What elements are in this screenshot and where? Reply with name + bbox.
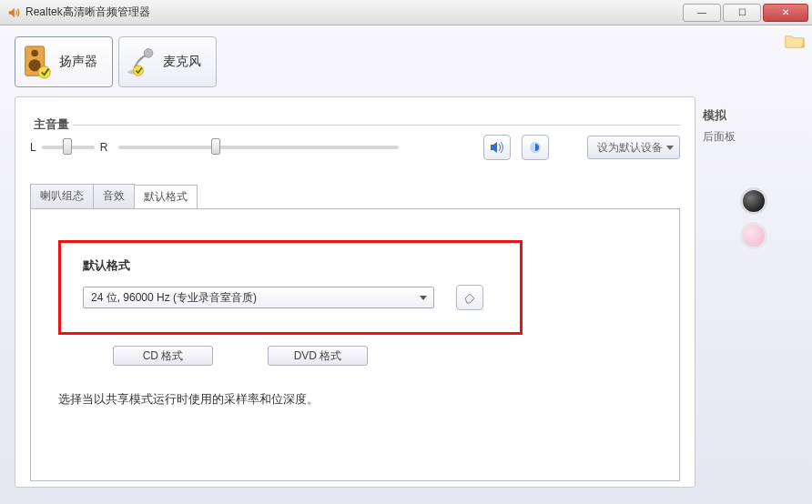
format-select[interactable]: 24 位, 96000 Hz (专业录音室音质) xyxy=(83,287,434,308)
sound-icon xyxy=(490,141,504,154)
device-tabs: 扬声器 麦克风 xyxy=(15,36,695,87)
main-panel: 主音量 L R xyxy=(15,96,695,488)
set-default-label: 设为默认设备 xyxy=(597,140,663,156)
window-title: Realtek高清晰音频管理器 xyxy=(25,5,150,20)
tab-mic-label: 麦克风 xyxy=(163,54,201,70)
balance-left-label: L xyxy=(30,141,36,154)
tab-speaker[interactable]: 扬声器 xyxy=(15,36,113,87)
mute-icon xyxy=(529,141,542,154)
default-format-panel: 默认格式 24 位, 96000 Hz (专业录音室音质) CD 格式 DVD … xyxy=(30,208,680,481)
eraser-icon xyxy=(462,291,477,304)
jack-pink[interactable] xyxy=(743,225,765,247)
divider xyxy=(30,125,680,126)
svg-point-5 xyxy=(144,49,153,58)
mute-button[interactable] xyxy=(522,135,549,160)
minimize-button[interactable]: — xyxy=(683,4,721,22)
balance-control[interactable]: L R xyxy=(30,141,107,154)
format-description: 选择当以共享模式运行时使用的采样率和位深度。 xyxy=(58,391,661,408)
balance-right-label: R xyxy=(100,141,108,154)
tab-microphone[interactable]: 麦克风 xyxy=(118,36,217,87)
side-panel: 模拟 后面板 xyxy=(695,25,812,504)
speaker-icon xyxy=(7,6,20,19)
main-volume-title: 主音量 xyxy=(30,117,73,131)
sub-tabs: 喇叭组态 音效 默认格式 xyxy=(30,184,680,208)
tab-sound-effects[interactable]: 音效 xyxy=(93,184,135,208)
play-test-button[interactable] xyxy=(483,135,511,160)
tab-default-format[interactable]: 默认格式 xyxy=(134,185,198,209)
side-title: 模拟 xyxy=(703,107,805,124)
balance-thumb[interactable] xyxy=(63,138,72,155)
svg-point-3 xyxy=(38,66,50,78)
dvd-format-button[interactable]: DVD 格式 xyxy=(268,346,368,366)
maximize-button[interactable]: ☐ xyxy=(723,4,761,22)
tab-speaker-label: 扬声器 xyxy=(59,54,97,70)
folder-icon[interactable] xyxy=(785,33,805,49)
chevron-down-icon xyxy=(666,146,674,150)
mic-device-icon xyxy=(127,45,156,79)
cd-format-button[interactable]: CD 格式 xyxy=(113,346,213,366)
title-bar: Realtek高清晰音频管理器 — ☐ ✕ xyxy=(0,0,812,25)
chevron-down-icon xyxy=(420,296,427,300)
volume-row: L R xyxy=(30,135,680,160)
volume-thumb[interactable] xyxy=(211,138,220,155)
default-format-label: 默认格式 xyxy=(83,257,483,274)
tab-speaker-config[interactable]: 喇叭组态 xyxy=(30,184,94,208)
balance-slider[interactable] xyxy=(42,146,95,149)
jack-black[interactable] xyxy=(743,190,765,212)
test-format-button[interactable] xyxy=(456,285,483,310)
speaker-device-icon xyxy=(23,45,52,79)
svg-point-1 xyxy=(31,50,38,57)
side-subtitle: 后面板 xyxy=(703,129,805,145)
svg-point-6 xyxy=(133,66,143,76)
format-selected-value: 24 位, 96000 Hz (专业录音室音质) xyxy=(91,290,257,306)
close-button[interactable]: ✕ xyxy=(763,4,808,22)
set-default-device-button[interactable]: 设为默认设备 xyxy=(587,136,680,159)
preset-row: CD 格式 DVD 格式 xyxy=(113,346,661,366)
volume-slider[interactable] xyxy=(118,146,399,149)
main-volume-slider-wrap xyxy=(118,146,399,149)
highlight-box: 默认格式 24 位, 96000 Hz (专业录音室音质) xyxy=(58,240,523,335)
